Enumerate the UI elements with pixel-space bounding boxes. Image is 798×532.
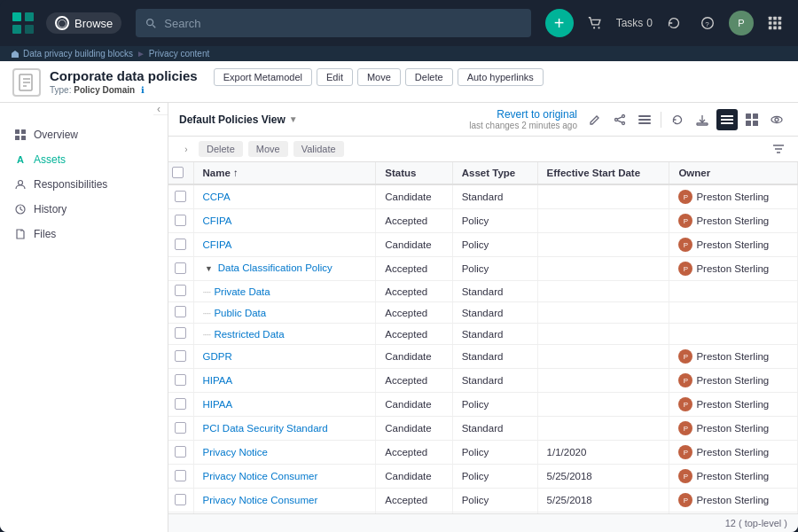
refresh-icon[interactable] bbox=[661, 11, 686, 35]
grid-view-icon[interactable] bbox=[741, 109, 763, 130]
view-selector[interactable]: Default Policies View ▼ bbox=[179, 113, 298, 126]
col-name[interactable]: Name ↑ bbox=[193, 162, 376, 184]
download-icon[interactable] bbox=[692, 109, 713, 130]
cell-name-text[interactable]: GDPR bbox=[203, 351, 232, 362]
add-button[interactable]: + bbox=[545, 9, 574, 37]
row-checkbox[interactable] bbox=[175, 446, 186, 458]
svg-rect-17 bbox=[773, 27, 777, 30]
browse-button[interactable]: ◯ Browse bbox=[46, 12, 121, 34]
table-row: HIPAACandidatePolicyPPreston Sterling bbox=[168, 393, 798, 417]
row-checkbox[interactable] bbox=[175, 494, 186, 505]
cell-name: CFIPA bbox=[193, 209, 376, 233]
delete-button[interactable]: Delete bbox=[405, 68, 453, 86]
row-checkbox[interactable] bbox=[175, 239, 186, 250]
cell-name-text[interactable]: HIPAA bbox=[203, 375, 233, 386]
browse-icon: ◯ bbox=[55, 16, 69, 30]
more-icon[interactable] bbox=[634, 109, 655, 130]
cell-eff-date bbox=[537, 233, 669, 257]
row-checkbox[interactable] bbox=[175, 350, 186, 362]
cell-name-text[interactable]: Restricted Data bbox=[214, 329, 284, 340]
owner-name: Preston Sterling bbox=[696, 399, 769, 410]
sidebar-item-label: History bbox=[34, 203, 66, 215]
auto-hyperlinks-button[interactable]: Auto hyperlinks bbox=[458, 68, 544, 86]
refresh-table-icon[interactable] bbox=[667, 109, 688, 130]
owner-name: Preston Sterling bbox=[696, 495, 769, 505]
svg-rect-12 bbox=[778, 17, 782, 20]
eye-icon[interactable] bbox=[766, 109, 787, 130]
sidebar-collapse[interactable]: ‹ bbox=[153, 103, 168, 115]
svg-rect-13 bbox=[769, 21, 772, 25]
table-row: CFIPAAcceptedPolicyPPreston Sterling bbox=[168, 209, 798, 233]
cell-name-text[interactable]: PCI Data Security Standard bbox=[203, 423, 328, 434]
col-status[interactable]: Status bbox=[376, 162, 452, 184]
svg-rect-40 bbox=[638, 119, 651, 121]
help-icon[interactable]: ? bbox=[695, 11, 720, 35]
sidebar-item-history[interactable]: History bbox=[0, 197, 168, 222]
row-checkbox[interactable] bbox=[175, 285, 186, 296]
cell-name: ·····Restricted Data bbox=[193, 324, 376, 345]
cell-name: HIPAA bbox=[193, 393, 376, 417]
cart-icon[interactable] bbox=[583, 11, 607, 35]
cell-name-text[interactable]: CCPA bbox=[203, 192, 231, 202]
col-eff-date[interactable]: Effective Start Date bbox=[537, 162, 669, 184]
col-asset-type[interactable]: Asset Type bbox=[452, 162, 537, 184]
row-checkbox[interactable] bbox=[175, 262, 186, 274]
sidebar: ‹ Overview A Assets Responsibilities bbox=[0, 103, 168, 532]
sidebar-item-responsibilities[interactable]: Responsibilities bbox=[0, 172, 168, 197]
owner-avatar: P bbox=[678, 349, 692, 364]
svg-rect-1 bbox=[25, 12, 34, 21]
cell-name-text[interactable]: CFIPA bbox=[203, 215, 232, 226]
row-checkbox[interactable] bbox=[175, 422, 186, 434]
cell-asset-type: Policy bbox=[452, 393, 537, 417]
validate-sub-button[interactable]: Validate bbox=[293, 141, 344, 157]
move-button[interactable]: Move bbox=[357, 68, 401, 86]
cell-name: ▼ Data Classification Policy bbox=[193, 257, 376, 281]
page-type-icon bbox=[12, 68, 41, 97]
cell-name-text[interactable]: HIPAA bbox=[203, 399, 233, 410]
col-owner[interactable]: Owner bbox=[669, 162, 798, 184]
row-checkbox[interactable] bbox=[175, 306, 186, 317]
cell-name-text[interactable]: Privacy Notice Consumer bbox=[203, 471, 318, 481]
owner-name: Preston Sterling bbox=[696, 375, 769, 386]
row-checkbox[interactable] bbox=[175, 374, 186, 386]
row-checkbox[interactable] bbox=[175, 398, 186, 410]
cell-name-text[interactable]: Privacy Notice bbox=[203, 447, 269, 458]
edit-view-icon[interactable] bbox=[584, 109, 606, 130]
row-checkbox[interactable] bbox=[175, 327, 186, 339]
sidebar-item-files[interactable]: Files bbox=[0, 222, 168, 246]
select-all-header[interactable] bbox=[168, 162, 193, 184]
list-view-icon[interactable] bbox=[716, 109, 738, 130]
tasks-badge[interactable]: Tasks 0 bbox=[616, 17, 653, 29]
cell-name-text[interactable]: Privacy Notice Consumer bbox=[203, 495, 318, 505]
breadcrumb-item2[interactable]: Privacy content bbox=[149, 49, 209, 59]
select-all-checkbox[interactable] bbox=[172, 167, 184, 178]
table-row: GDPRCandidateStandardPPreston Sterling bbox=[168, 345, 798, 369]
filter-icon[interactable] bbox=[770, 140, 787, 158]
row-checkbox[interactable] bbox=[175, 470, 186, 481]
revert-link[interactable]: Revert to original bbox=[469, 108, 577, 121]
cell-name-text[interactable]: Data Classification Policy bbox=[218, 262, 332, 273]
export-metamodel-button[interactable]: Export Metamodel bbox=[214, 68, 312, 86]
row-checkbox[interactable] bbox=[175, 191, 186, 202]
delete-sub-button[interactable]: Delete bbox=[199, 141, 243, 157]
breadcrumb-item1[interactable]: Data privacy building blocks bbox=[23, 49, 133, 59]
forward-arrow[interactable]: › bbox=[179, 142, 193, 156]
user-avatar[interactable]: P bbox=[729, 11, 754, 35]
expand-button[interactable]: ▼ bbox=[203, 262, 215, 275]
row-checkbox[interactable] bbox=[175, 215, 186, 226]
search-bar[interactable]: Search bbox=[136, 9, 530, 37]
revert-area: Revert to original last changes 2 minute… bbox=[469, 108, 577, 130]
move-sub-button[interactable]: Move bbox=[248, 141, 288, 157]
apps-icon[interactable] bbox=[763, 11, 787, 35]
cell-eff-date: 5/25/2018 bbox=[537, 489, 669, 512]
cell-name-text[interactable]: CFIPA bbox=[203, 239, 232, 250]
icon-actions bbox=[584, 109, 787, 130]
edit-button[interactable]: Edit bbox=[317, 68, 353, 86]
sidebar-item-overview[interactable]: Overview bbox=[0, 122, 168, 147]
cell-name-text[interactable]: Private Data bbox=[214, 286, 270, 297]
owner-avatar: P bbox=[678, 421, 692, 435]
sidebar-item-assets[interactable]: A Assets bbox=[0, 147, 168, 172]
cell-name: GDPR bbox=[193, 345, 376, 369]
share-icon[interactable] bbox=[609, 109, 630, 130]
cell-name-text[interactable]: Public Data bbox=[214, 308, 266, 318]
